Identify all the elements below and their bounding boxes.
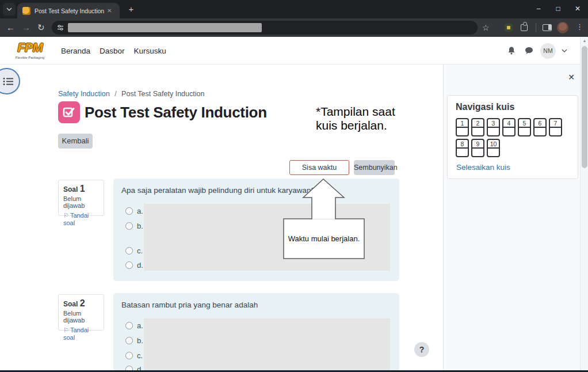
page-title: Post Test Safety Induction (85, 104, 267, 122)
quiz-nav-title: Navigasi kuis (456, 102, 570, 112)
quiz-timer: Sisa waktu 0:09:55 (289, 160, 349, 175)
side-panel-icon[interactable] (543, 24, 552, 31)
reload-icon[interactable]: ↻ (37, 22, 45, 33)
bookmark-star-icon[interactable]: ☆ (482, 22, 490, 33)
window-close-button[interactable]: ✕ (572, 2, 583, 15)
extension-icon[interactable] (505, 24, 513, 32)
question-nav-button-10[interactable]: 10 (487, 139, 500, 157)
question-nav-button-1[interactable]: 1 (456, 118, 469, 136)
list-icon (3, 77, 14, 86)
new-tab-button[interactable]: + (125, 3, 137, 15)
answer-option[interactable]: b. (125, 336, 143, 345)
logo-text: FPM (13, 40, 47, 55)
hide-timer-button[interactable]: Sembunyikan (354, 160, 395, 175)
question-status: Belum dijawab (63, 195, 99, 209)
question-2-info: Soal 2 Belum dijawab ⚐Tandai soal (58, 294, 104, 331)
question-nav-button-3[interactable]: 3 (487, 118, 500, 136)
breadcrumb-course-link[interactable]: Safety Induction (58, 90, 110, 98)
nav-item-beranda[interactable]: Beranda (61, 47, 90, 55)
scrollbar-thumb[interactable] (582, 46, 587, 168)
flag-question-link[interactable]: ⚐Tandai soal (63, 212, 99, 226)
address-bar[interactable] (52, 21, 478, 35)
help-button[interactable]: ? (414, 342, 429, 357)
main-nav: Beranda Dasbor Kursusku (61, 37, 166, 64)
window-minimize-button[interactable]: – (533, 2, 544, 15)
breadcrumb-separator: / (114, 90, 116, 98)
flag-icon: ⚐ (63, 327, 69, 333)
answer-option[interactable]: a. (125, 206, 143, 215)
toolbar-divider (536, 23, 536, 32)
annotation-note: *Tampilan saat kuis berjalan. (316, 105, 395, 132)
flag-question-link[interactable]: ⚐Tandai soal (63, 327, 99, 341)
question-status: Belum dijawab (63, 310, 99, 324)
callout-annotation: Waktu mulai berjalan. (276, 174, 374, 261)
tab-search-chevron-button[interactable] (3, 3, 16, 16)
answer-option[interactable]: b. (125, 221, 143, 230)
question-2-block: Batasan rambut pria yang benar adalah a.… (113, 293, 399, 372)
back-button[interactable]: Kembali (58, 134, 93, 149)
tune-icon (57, 24, 64, 31)
answers-redacted-block (144, 318, 390, 372)
browser-tabstrip: Post Test Safety Induction | E-Le ✕ + – … (0, 0, 588, 18)
user-avatar[interactable]: NM (540, 43, 556, 59)
finish-quiz-link[interactable]: Selesaikan kuis (456, 163, 510, 172)
radio-icon[interactable] (125, 247, 133, 255)
question-text: Batasan rambut pria yang benar adalah (121, 301, 258, 309)
radio-icon[interactable] (125, 337, 133, 344)
scroll-up-icon[interactable]: ▲ (581, 37, 588, 45)
question-nav-button-2[interactable]: 2 (471, 118, 484, 136)
question-nav-button-5[interactable]: 5 (518, 118, 531, 136)
answer-option[interactable]: a. (125, 321, 143, 330)
forward-icon[interactable]: → (22, 22, 30, 33)
flag-icon: ⚐ (63, 212, 69, 219)
notifications-bell-icon[interactable] (506, 45, 517, 56)
radio-icon[interactable] (125, 261, 133, 269)
tab-title: Post Test Safety Induction | E-Le (35, 7, 105, 14)
nav-item-kursusku[interactable]: Kursusku (134, 47, 166, 55)
chevron-down-icon (6, 7, 12, 11)
site-logo[interactable]: FPM Flexible Packaging (13, 40, 47, 59)
question-number: 2 (80, 298, 85, 308)
question-nav-button-8[interactable]: 8 (456, 139, 469, 157)
radio-icon[interactable] (125, 352, 133, 359)
tab-close-icon[interactable]: ✕ (107, 7, 112, 14)
user-menu-chevron-icon[interactable] (562, 49, 567, 52)
browser-menu-icon[interactable]: ⋮ (576, 22, 583, 31)
answer-option[interactable]: c. (125, 246, 143, 255)
answer-option[interactable]: c. (125, 351, 143, 360)
quiz-module-icon (58, 101, 80, 123)
quiz-nav-card: Navigasi kuis 1 2 3 4 5 6 7 8 9 10 Seles… (447, 95, 578, 179)
question-label: Soal (63, 300, 78, 308)
logo-subtext: Flexible Packaging (13, 56, 47, 59)
radio-icon[interactable] (125, 207, 133, 215)
question-number: 1 (80, 184, 85, 193)
quiz-nav-drawer: ✕ Navigasi kuis 1 2 3 4 5 6 7 8 9 10 Sel… (443, 64, 580, 372)
question-1-info: Soal 1 Belum dijawab ⚐Tandai soal (58, 180, 104, 216)
page-scrollbar[interactable]: ▲ (580, 37, 588, 372)
question-nav-button-6[interactable]: 6 (533, 118, 547, 136)
url-redacted-bar (68, 23, 262, 32)
browser-tab[interactable]: Post Test Safety Induction | E-Le ✕ (17, 3, 120, 18)
site-favicon-icon (22, 7, 30, 15)
answer-option[interactable]: d. (125, 260, 143, 269)
breadcrumb-current: Post Test Safety Induction (121, 90, 204, 98)
course-index-toggle[interactable] (0, 68, 20, 94)
browser-profile-avatar[interactable] (557, 22, 568, 33)
nav-item-dasbor[interactable]: Dasbor (100, 47, 125, 55)
drawer-close-icon[interactable]: ✕ (566, 71, 577, 83)
question-nav-button-7[interactable]: 7 (549, 118, 562, 136)
callout-text: Waktu mulai berjalan. (284, 219, 364, 259)
window-maximize-button[interactable]: □ (552, 2, 564, 15)
browser-window: Post Test Safety Induction | E-Le ✕ + – … (0, 0, 588, 372)
question-nav-button-4[interactable]: 4 (502, 118, 516, 136)
messages-chat-icon[interactable] (523, 45, 534, 56)
radio-icon[interactable] (125, 222, 133, 230)
extensions-puzzle-icon[interactable] (521, 24, 528, 31)
question-nav-button-9[interactable]: 9 (471, 139, 484, 157)
question-label: Soal (63, 185, 78, 193)
breadcrumb: Safety Induction / Post Test Safety Indu… (58, 90, 204, 98)
radio-icon[interactable] (125, 322, 133, 329)
back-icon[interactable]: ← (6, 22, 15, 33)
